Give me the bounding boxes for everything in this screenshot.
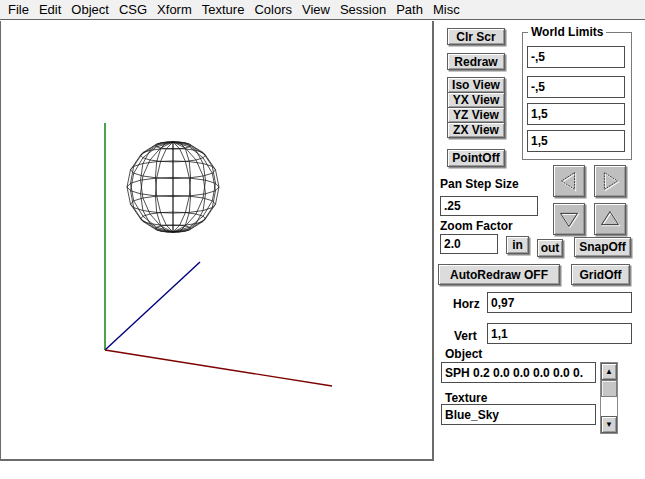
zoom-factor-input[interactable] xyxy=(440,234,498,254)
sphere-wire-line xyxy=(173,142,216,232)
world-limit-xmax-input[interactable] xyxy=(527,103,625,125)
auto-redraw-button[interactable]: AutoRedraw OFF xyxy=(438,264,560,285)
pan-step-size-label: Pan Step Size xyxy=(440,177,519,191)
clr-scr-button[interactable]: Clr Scr xyxy=(447,28,505,45)
zoom-in-button[interactable]: in xyxy=(506,236,529,254)
menu-item-csg[interactable]: CSG xyxy=(119,2,147,17)
menu-item-object[interactable]: Object xyxy=(71,2,109,17)
scrollbar-thumb[interactable] xyxy=(601,380,617,397)
horz-input[interactable] xyxy=(487,292,632,313)
up-triangle-icon xyxy=(595,203,625,235)
menu-item-colors[interactable]: Colors xyxy=(254,2,292,17)
left-triangle-icon xyxy=(554,165,584,197)
yx-view-button[interactable]: YX View xyxy=(447,92,505,108)
object-label: Object xyxy=(445,347,482,361)
sphere-wire-line xyxy=(173,142,191,232)
sphere-wire-line xyxy=(155,142,173,232)
menu-item-file[interactable]: File xyxy=(8,2,29,17)
pan-right-button[interactable] xyxy=(594,165,626,197)
sphere-wire-line xyxy=(173,142,219,232)
zoom-factor-label: Zoom Factor xyxy=(440,219,513,233)
menu-item-edit[interactable]: Edit xyxy=(39,2,61,17)
sphere-wire-line xyxy=(173,142,191,232)
menu-bar: File Edit Object CSG Xform Texture Color… xyxy=(0,0,645,20)
pan-up-button[interactable] xyxy=(594,203,626,235)
menu-item-misc[interactable]: Misc xyxy=(433,2,460,17)
menu-item-path[interactable]: Path xyxy=(396,2,423,17)
world-limit-ymin-input[interactable] xyxy=(527,76,625,98)
iso-view-button[interactable]: Iso View xyxy=(447,77,505,93)
world-limit-ymax-input[interactable] xyxy=(527,130,625,152)
vert-label: Vert xyxy=(454,329,477,343)
scrollbar-down-icon: ▼ xyxy=(605,420,613,429)
sphere-wire-line xyxy=(173,142,216,232)
pan-left-button[interactable] xyxy=(553,165,585,197)
vert-input[interactable] xyxy=(487,323,632,344)
sphere-wire-line xyxy=(131,142,174,232)
yz-view-button[interactable]: YZ View xyxy=(447,107,505,123)
texture-label: Texture xyxy=(445,391,487,405)
menu-item-view[interactable]: View xyxy=(302,2,330,17)
scrollbar-up-button[interactable]: ▲ xyxy=(601,363,617,380)
object-scrollbar[interactable]: ▲ ▼ xyxy=(600,362,618,434)
viewport-canvas[interactable] xyxy=(0,21,434,461)
zoom-out-button[interactable]: out xyxy=(537,239,563,257)
zx-view-button[interactable]: ZX View xyxy=(447,122,505,138)
texture-input[interactable] xyxy=(441,404,596,425)
world-limits-title: World Limits xyxy=(528,25,606,39)
z-axis xyxy=(105,262,200,350)
grid-off-button[interactable]: GridOff xyxy=(571,264,630,285)
menu-item-texture[interactable]: Texture xyxy=(202,2,245,17)
redraw-button[interactable]: Redraw xyxy=(447,53,505,70)
horz-label: Horz xyxy=(453,297,480,311)
pan-step-size-input[interactable] xyxy=(440,196,538,216)
wireframe-sphere xyxy=(127,142,219,232)
object-input[interactable] xyxy=(441,362,596,383)
sphere-wire-line xyxy=(127,142,173,232)
scene-svg xyxy=(1,21,432,459)
right-triangle-icon xyxy=(595,165,625,197)
snap-off-button[interactable]: SnapOff xyxy=(574,237,631,257)
menu-item-session[interactable]: Session xyxy=(340,2,386,17)
sphere-wire-line xyxy=(155,142,173,232)
pan-down-button[interactable] xyxy=(553,203,585,235)
down-triangle-icon xyxy=(554,203,584,235)
scrollbar-up-icon: ▲ xyxy=(605,367,613,376)
menu-item-xform[interactable]: Xform xyxy=(157,2,192,17)
scrollbar-down-button[interactable]: ▼ xyxy=(601,416,617,433)
world-limit-xmin-input[interactable] xyxy=(527,46,625,68)
x-axis xyxy=(105,350,332,386)
sphere-wire-line xyxy=(131,142,174,232)
point-off-button[interactable]: PointOff xyxy=(447,149,505,167)
